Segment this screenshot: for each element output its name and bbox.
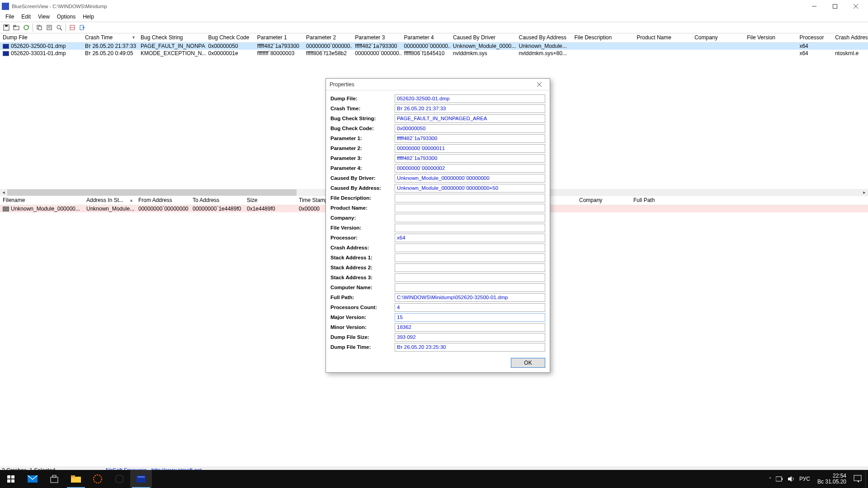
action-center-icon[interactable] [854,475,862,483]
property-value[interactable] [395,204,545,212]
tray-chevron-icon[interactable]: ˄ [769,477,771,482]
taskbar-explorer[interactable] [65,470,87,488]
property-value[interactable] [395,273,545,282]
close-button[interactable] [845,0,866,13]
tray-language[interactable]: РУС [799,476,810,482]
property-value[interactable] [395,194,545,202]
column-header[interactable]: Company [692,33,744,42]
property-value[interactable]: 18362 [395,323,545,332]
column-header[interactable]: Caused By Driver [450,33,516,42]
menu-view[interactable]: View [34,13,53,22]
taskbar-clock[interactable]: 22:54 Вс 31.05.20 [814,473,850,485]
property-row: Caused By Driver:Unknown_Module_00000000… [330,174,545,183]
property-value[interactable]: C:\WINDOWS\Minidump\052620-32500-01.dmp [395,293,545,302]
scroll-thumb[interactable] [7,189,297,196]
property-value[interactable]: Unknown_Module_00000000`00000000+50 [395,184,545,192]
property-label: Crash Time: [330,106,395,111]
tool-properties[interactable] [45,23,54,32]
menu-help[interactable]: Help [79,13,98,22]
column-header[interactable]: File Description [572,33,634,42]
column-header[interactable]: Size [244,196,296,205]
start-button[interactable] [0,470,22,488]
scroll-right-icon[interactable]: ► [861,189,868,196]
table-row[interactable]: 052620-33031-01.dmpВт 26.05.20 0:49:05KM… [0,50,868,57]
properties-dialog: Properties Dump File:052620-32500-01.dmp… [326,78,550,373]
tool-save[interactable] [2,23,11,32]
column-header[interactable]: Address In St...▲ [84,196,136,205]
dialog-titlebar[interactable]: Properties [326,79,550,90]
column-header[interactable]: To Address [190,196,244,205]
column-header[interactable]: Parameter 4 [401,33,450,42]
property-label: Stack Address 1: [330,255,395,260]
property-value[interactable]: 00000000`00000011 [395,144,545,153]
save-icon [3,24,9,31]
tool-refresh[interactable] [22,23,31,32]
maximize-button[interactable] [825,0,845,13]
ok-button[interactable]: OK [511,358,545,368]
taskbar-opera[interactable] [108,470,130,488]
column-header[interactable]: Product Name [634,33,692,42]
dialog-close-button[interactable] [533,80,546,89]
tool-copy[interactable] [35,23,44,32]
property-value[interactable] [395,253,545,262]
property-value[interactable]: Вт 26.05.20 23:25:30 [395,343,545,352]
property-value[interactable]: 15 [395,313,545,322]
column-header[interactable]: Dump File [0,33,82,42]
column-header[interactable]: Filename [0,196,84,205]
property-value[interactable]: Вт 26.05.20 21:37:33 [395,104,545,113]
property-value[interactable]: Unknown_Module_00000000`00000000 [395,174,545,183]
menu-options[interactable]: Options [53,13,79,22]
column-header[interactable]: Bug Check String [138,33,206,42]
column-header[interactable]: Caused By Address [516,33,571,42]
property-value[interactable] [395,244,545,252]
property-row: Dump File Size:393 092 [330,333,545,342]
column-header[interactable]: From Address [136,196,190,205]
menu-edit[interactable]: Edit [18,13,34,22]
property-value[interactable]: 393 092 [395,333,545,342]
property-value[interactable]: 00000000`00000002 [395,164,545,173]
exit-icon [79,24,85,31]
property-value[interactable]: fffff482`1a793300 [395,154,545,163]
property-value[interactable]: PAGE_FAULT_IN_NONPAGED_AREA [395,114,545,123]
tool-open[interactable] [12,23,21,32]
property-value[interactable]: 0x00000050 [395,124,545,133]
property-label: Product Name: [330,205,395,211]
column-header[interactable]: Company [576,196,631,205]
clock-date: Вс 31.05.20 [817,479,846,485]
column-header[interactable]: Parameter 2 [303,33,352,42]
table-cell: fffff482`1a793300 [255,43,303,49]
taskbar-bluescreenview[interactable] [130,470,152,488]
minimize-button[interactable] [804,0,825,13]
table-row[interactable]: 052620-32500-01.dmpВт 26.05.20 21:37:33P… [0,42,868,50]
taskbar-store[interactable] [43,470,65,488]
column-header[interactable]: Parameter 3 [352,33,401,42]
property-value[interactable] [395,224,545,232]
property-value[interactable]: x64 [395,234,545,242]
column-header[interactable]: Processor [797,33,832,42]
property-value[interactable] [395,263,545,272]
battery-icon[interactable] [776,476,783,482]
taskbar-mail[interactable] [22,470,43,488]
column-header[interactable]: Crash Address [832,33,868,42]
column-header[interactable]: Crash Time▼ [82,33,138,42]
property-value[interactable]: 052620-32500-01.dmp [395,94,545,103]
column-header[interactable]: Bug Check Code [205,33,254,42]
property-row: Parameter 1:fffff482`1a793300 [330,134,545,143]
show-desktop-button[interactable] [865,470,868,488]
property-value[interactable] [395,283,545,292]
tool-exit[interactable] [78,23,87,32]
property-value[interactable]: 4 [395,303,545,312]
column-header[interactable]: Full Path [631,196,685,205]
table-cell: nvlddmkm.sys+80... [516,50,571,56]
taskbar-browser1[interactable] [87,470,108,488]
menu-file[interactable]: File [2,13,18,22]
volume-icon[interactable] [788,476,795,482]
column-header[interactable]: File Version [744,33,797,42]
scroll-left-icon[interactable]: ◄ [0,189,7,196]
table-cell: fffff806`f1645410 [401,50,450,56]
tool-find[interactable] [55,23,64,32]
property-value[interactable]: fffff482`1a793300 [395,134,545,143]
column-header[interactable]: Parameter 1 [255,33,303,42]
tool-options[interactable] [68,23,77,32]
property-value[interactable] [395,214,545,222]
